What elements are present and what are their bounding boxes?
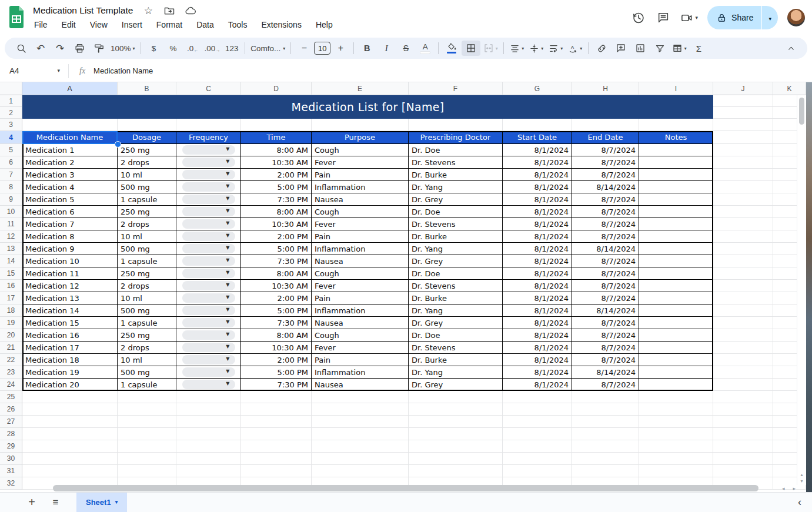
cell-G26[interactable]: [503, 403, 572, 416]
cell-C3[interactable]: [176, 119, 241, 131]
show-side-panel-icon[interactable]: ‹: [798, 496, 801, 508]
column-header-D[interactable]: D: [241, 82, 312, 95]
cell-I13[interactable]: [639, 243, 713, 255]
cell-I16[interactable]: [639, 280, 713, 292]
cell-C29[interactable]: [176, 440, 241, 453]
cell-J8[interactable]: [713, 181, 773, 193]
cell-I20[interactable]: [639, 329, 713, 342]
cell-C25[interactable]: [176, 391, 241, 403]
cell-A7[interactable]: Medication 3: [22, 169, 118, 181]
row-header-25[interactable]: 25: [0, 391, 22, 403]
insert-comment-button[interactable]: [611, 41, 630, 56]
cell-B4[interactable]: Dosage: [118, 131, 176, 144]
row-header-18[interactable]: 18: [0, 304, 22, 317]
cell-A10[interactable]: Medication 6: [22, 206, 118, 218]
cell-I22[interactable]: [639, 354, 713, 366]
cell-B6[interactable]: 2 drops: [118, 156, 176, 169]
cell-I21[interactable]: [639, 342, 713, 354]
row-header-4[interactable]: 4: [0, 131, 22, 144]
cell-E26[interactable]: [312, 403, 409, 416]
scroll-down-icon[interactable]: ▾: [800, 478, 803, 484]
paint-format-button[interactable]: [89, 41, 108, 56]
cell-G9[interactable]: 8/1/2024: [503, 193, 572, 206]
cell-F30[interactable]: [409, 453, 503, 465]
cell-F27[interactable]: [409, 416, 503, 428]
merge-cells-button[interactable]: ▾: [481, 41, 500, 56]
cell-G10[interactable]: 8/1/2024: [503, 206, 572, 218]
cell-I28[interactable]: [639, 428, 713, 440]
scroll-right-icon[interactable]: ▸: [793, 486, 796, 491]
cell-E9[interactable]: Nausea: [312, 193, 409, 206]
frequency-dropdown[interactable]: ▼: [182, 244, 235, 253]
frequency-dropdown[interactable]: ▼: [182, 367, 235, 377]
cell-J3[interactable]: [713, 119, 773, 131]
cell-A28[interactable]: [22, 428, 118, 440]
row-header-29[interactable]: 29: [0, 440, 22, 453]
cell-A16[interactable]: Medication 12: [22, 280, 118, 292]
cell-E24[interactable]: Nausea: [312, 379, 409, 391]
cell-H3[interactable]: [572, 119, 639, 131]
cell-H16[interactable]: 8/7/2024: [572, 280, 639, 292]
frequency-dropdown[interactable]: ▼: [182, 306, 235, 315]
cell-H29[interactable]: [572, 440, 639, 453]
cell-H19[interactable]: 8/7/2024: [572, 317, 639, 329]
frequency-dropdown[interactable]: ▼: [182, 207, 235, 216]
cell-I27[interactable]: [639, 416, 713, 428]
row-header-5[interactable]: 5: [0, 144, 22, 156]
cell-J4[interactable]: [713, 131, 773, 144]
row-header-23[interactable]: 23: [0, 366, 22, 379]
decrease-font-size-button[interactable]: −: [295, 41, 313, 56]
cell-D26[interactable]: [241, 403, 312, 416]
row-header-7[interactable]: 7: [0, 169, 22, 181]
row-header-22[interactable]: 22: [0, 354, 22, 366]
vertical-scrollbar-thumb[interactable]: [799, 98, 804, 125]
search-icon[interactable]: [12, 41, 31, 56]
row-header-28[interactable]: 28: [0, 428, 22, 440]
row-header-14[interactable]: 14: [0, 255, 22, 267]
cell-D11[interactable]: 10:30 AM: [241, 218, 312, 230]
all-sheets-button[interactable]: ≡: [47, 494, 64, 511]
row-header-21[interactable]: 21: [0, 342, 22, 354]
cell-J26[interactable]: [713, 403, 773, 416]
cell-D22[interactable]: 2:00 PM: [241, 354, 312, 366]
frequency-dropdown[interactable]: ▼: [182, 256, 235, 266]
row-header-16[interactable]: 16: [0, 280, 22, 292]
cell-J21[interactable]: [713, 342, 773, 354]
meet-caret-icon[interactable]: ▾: [696, 15, 699, 21]
cell-G21[interactable]: 8/1/2024: [503, 342, 572, 354]
cell-F24[interactable]: Dr. Grey: [409, 379, 503, 391]
menu-tools[interactable]: Tools: [227, 19, 249, 30]
frequency-dropdown[interactable]: ▼: [182, 182, 235, 192]
add-sheet-button[interactable]: +: [24, 494, 40, 511]
column-header-J[interactable]: J: [713, 82, 773, 95]
cell-D15[interactable]: 8:00 AM: [241, 267, 312, 280]
menu-extensions[interactable]: Extensions: [260, 19, 302, 30]
cell-G14[interactable]: 8/1/2024: [503, 255, 572, 267]
cell-H22[interactable]: 8/7/2024: [572, 354, 639, 366]
text-color-button[interactable]: A: [416, 41, 435, 56]
cell-I17[interactable]: [639, 292, 713, 304]
cell-A26[interactable]: [22, 403, 118, 416]
cell-E14[interactable]: Nausea: [312, 255, 409, 267]
cell-C21[interactable]: ▼: [176, 342, 241, 354]
cell-D5[interactable]: 8:00 AM: [241, 144, 312, 156]
cell-E4[interactable]: Purpose: [312, 131, 409, 144]
cell-J6[interactable]: [713, 156, 773, 169]
cell-C26[interactable]: [176, 403, 241, 416]
column-header-H[interactable]: H: [572, 82, 639, 95]
version-history-icon[interactable]: [631, 10, 646, 25]
cell-J19[interactable]: [713, 317, 773, 329]
cloud-status-icon[interactable]: [185, 5, 196, 16]
cell-J17[interactable]: [713, 292, 773, 304]
cell-J10[interactable]: [713, 206, 773, 218]
cell-E10[interactable]: Cough: [312, 206, 409, 218]
name-box[interactable]: A4 ▾: [0, 66, 60, 75]
cell-J22[interactable]: [713, 354, 773, 366]
cell-F5[interactable]: Dr. Doe: [409, 144, 503, 156]
cell-I18[interactable]: [639, 304, 713, 317]
cell-F20[interactable]: Dr. Doe: [409, 329, 503, 342]
cell-E22[interactable]: Pain: [312, 354, 409, 366]
cell-B16[interactable]: 2 drops: [118, 280, 176, 292]
cell-H25[interactable]: [572, 391, 639, 403]
cell-H10[interactable]: 8/7/2024: [572, 206, 639, 218]
